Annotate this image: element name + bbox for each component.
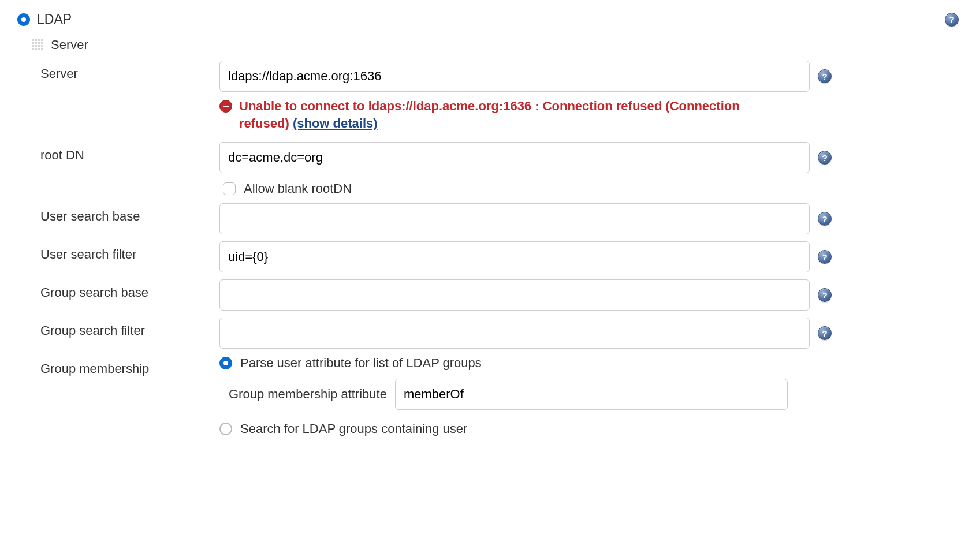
user-search-base-input[interactable]	[219, 203, 810, 234]
show-details-link[interactable]: (show details)	[293, 116, 378, 130]
ldap-radio[interactable]	[17, 13, 30, 26]
user-search-filter-input[interactable]	[219, 241, 810, 272]
drag-handle-icon[interactable]	[32, 39, 44, 51]
root-dn-label: root DN	[40, 142, 219, 163]
server-input[interactable]	[219, 61, 810, 92]
section-title: LDAP	[37, 12, 72, 27]
group-membership-attr-label: Group membership attribute	[229, 387, 387, 402]
group-search-filter-input[interactable]	[219, 318, 810, 349]
server-label: Server	[40, 61, 219, 81]
allow-blank-rootdn-checkbox[interactable]	[223, 182, 236, 195]
help-icon[interactable]: ?	[818, 326, 832, 340]
user-search-base-label: User search base	[40, 203, 219, 224]
help-icon[interactable]: ?	[818, 151, 832, 165]
help-icon[interactable]: ?	[818, 69, 832, 83]
help-icon[interactable]: ?	[818, 212, 832, 226]
help-icon[interactable]: ?	[945, 13, 959, 27]
root-dn-input[interactable]	[219, 142, 810, 173]
group-membership-search-radio[interactable]	[219, 423, 232, 435]
group-membership-label: Group membership	[40, 356, 219, 376]
group-membership-parse-label: Parse user attribute for list of LDAP gr…	[240, 356, 482, 371]
help-icon[interactable]: ?	[818, 250, 832, 264]
server-error-text: Unable to connect to ldaps://ldap.acme.o…	[239, 98, 776, 132]
group-search-base-label: Group search base	[40, 279, 219, 300]
group-search-filter-label: Group search filter	[40, 318, 219, 338]
group-membership-attr-input[interactable]	[395, 379, 788, 410]
group-membership-parse-radio[interactable]	[219, 357, 232, 369]
user-search-filter-label: User search filter	[40, 241, 219, 262]
subsection-title: Server	[51, 38, 88, 53]
help-icon[interactable]: ?	[818, 288, 832, 302]
group-membership-search-label: Search for LDAP groups containing user	[240, 421, 467, 436]
group-search-base-input[interactable]	[219, 279, 810, 311]
error-icon	[219, 100, 232, 113]
allow-blank-rootdn-label: Allow blank rootDN	[244, 181, 352, 196]
